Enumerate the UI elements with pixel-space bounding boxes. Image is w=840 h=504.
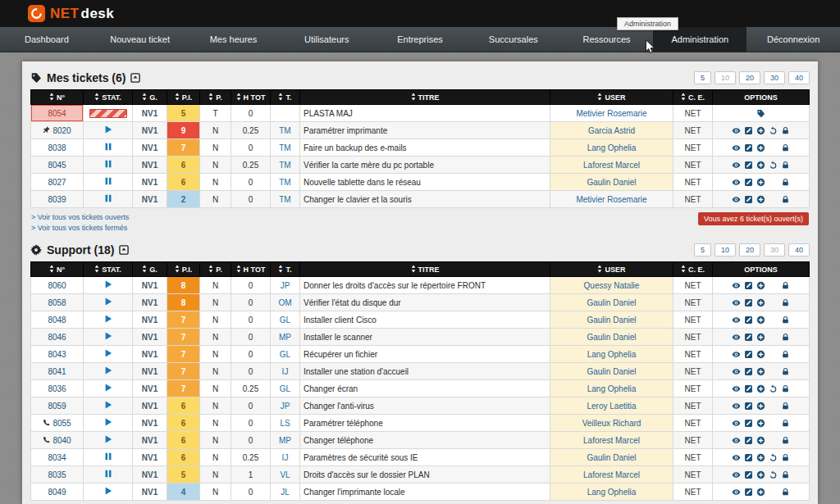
eye-icon[interactable] xyxy=(732,384,741,393)
edit-icon[interactable] xyxy=(744,453,753,462)
add-icon[interactable] xyxy=(756,384,765,393)
column-header-titre[interactable]: TITRE xyxy=(300,262,550,277)
edit-icon[interactable] xyxy=(744,195,753,204)
ticket-user-link[interactable]: Lang Ophelia xyxy=(550,484,673,501)
lock-icon[interactable] xyxy=(781,316,790,325)
ticket-user-link[interactable]: Gaulin Daniel xyxy=(550,311,673,329)
ticket-number[interactable]: 8048 xyxy=(31,311,84,329)
ticket-number[interactable]: 8020 xyxy=(31,122,84,139)
page-size-20[interactable]: 20 xyxy=(739,243,760,257)
eye-icon[interactable] xyxy=(732,436,741,445)
ticket-number[interactable]: 8043 xyxy=(31,346,84,363)
page-size-40[interactable]: 40 xyxy=(788,71,810,84)
column-header-c-e[interactable]: C. E. xyxy=(673,262,713,277)
eye-icon[interactable] xyxy=(732,470,741,479)
brand-logo[interactable]: NET desk xyxy=(28,5,114,22)
add-icon[interactable] xyxy=(756,178,765,187)
edit-icon[interactable] xyxy=(744,419,753,428)
pause-icon[interactable] xyxy=(103,176,113,186)
lock-icon[interactable] xyxy=(781,333,790,342)
edit-icon[interactable] xyxy=(744,281,753,290)
edit-icon[interactable] xyxy=(744,298,753,307)
column-header-p-i[interactable]: P.I. xyxy=(167,262,200,277)
column-header-titre[interactable]: TITRE xyxy=(300,90,550,105)
ticket-user-link[interactable]: Garcia Astrid xyxy=(550,122,673,139)
ticket-number[interactable]: 8041 xyxy=(31,363,84,380)
nav-mes-heures[interactable]: Mes heures xyxy=(187,27,281,52)
play-icon[interactable] xyxy=(103,348,113,358)
ticket-number[interactable]: 8059 xyxy=(31,397,84,415)
page-size-10[interactable]: 10 xyxy=(714,71,736,84)
lock-icon[interactable] xyxy=(781,402,790,411)
column-header-t[interactable]: T. xyxy=(271,90,300,105)
edit-icon[interactable] xyxy=(744,488,753,497)
page-size-40[interactable]: 40 xyxy=(788,243,810,257)
eye-icon[interactable] xyxy=(732,453,741,462)
play-icon[interactable] xyxy=(103,434,113,444)
lock-icon[interactable] xyxy=(781,298,790,307)
nav-administration[interactable]: Administration xyxy=(653,27,746,52)
column-header-n[interactable]: N° xyxy=(31,90,84,105)
tag-icon[interactable] xyxy=(756,109,765,118)
eye-icon[interactable] xyxy=(732,402,741,411)
lock-icon[interactable] xyxy=(781,453,790,462)
add-icon[interactable] xyxy=(756,436,765,445)
lock-icon[interactable] xyxy=(781,367,790,376)
nav-entreprises[interactable]: Entreprises xyxy=(373,27,467,52)
eye-icon[interactable] xyxy=(732,488,741,497)
pause-icon[interactable] xyxy=(103,193,113,203)
add-icon[interactable] xyxy=(756,143,765,152)
edit-icon[interactable] xyxy=(744,143,753,152)
add-icon[interactable] xyxy=(756,470,765,479)
pause-icon[interactable] xyxy=(103,159,113,169)
edit-icon[interactable] xyxy=(744,470,753,479)
pause-icon[interactable] xyxy=(103,452,113,461)
ticket-number[interactable]: 8035 xyxy=(31,466,84,484)
lock-icon[interactable] xyxy=(781,126,790,135)
add-icon[interactable] xyxy=(756,298,765,307)
ticket-user-link[interactable]: Gaulin Daniel xyxy=(550,329,673,346)
ticket-user-link[interactable]: Lang Ophelia xyxy=(550,380,673,397)
lock-icon[interactable] xyxy=(781,384,790,393)
edit-icon[interactable] xyxy=(744,436,753,445)
nav-succursales[interactable]: Succursales xyxy=(467,27,560,52)
play-icon[interactable] xyxy=(103,279,113,289)
ticket-user-link[interactable]: Gaulin Daniel xyxy=(550,294,673,311)
lock-icon[interactable] xyxy=(781,419,790,428)
ticket-user-link[interactable]: Lang Ophelia xyxy=(550,139,673,157)
page-size-10[interactable]: 10 xyxy=(714,243,736,257)
eye-icon[interactable] xyxy=(732,350,741,359)
ticket-user-link[interactable]: Lang Ophelia xyxy=(550,346,673,363)
play-icon[interactable] xyxy=(103,297,113,306)
eye-icon[interactable] xyxy=(732,126,741,135)
lock-icon[interactable] xyxy=(781,178,790,187)
column-header-c-e[interactable]: C. E. xyxy=(673,90,713,105)
eye-icon[interactable] xyxy=(732,161,741,170)
eye-icon[interactable] xyxy=(732,316,741,325)
edit-icon[interactable] xyxy=(744,367,753,376)
play-icon[interactable] xyxy=(103,486,113,496)
ticket-number[interactable]: 8060 xyxy=(31,277,84,294)
add-icon[interactable] xyxy=(756,419,765,428)
ticket-user-link[interactable]: Gaulin Daniel xyxy=(550,174,673,191)
eye-icon[interactable] xyxy=(732,195,741,204)
ticket-user-link[interactable]: Metivier Rosemarie xyxy=(550,191,673,208)
ticket-user-link[interactable]: Veilleux Richard xyxy=(550,415,673,432)
edit-icon[interactable] xyxy=(744,126,753,135)
ticket-number[interactable]: 8055 xyxy=(31,415,84,432)
nav-ressources[interactable]: Ressources xyxy=(560,27,654,52)
ticket-number[interactable]: 8046 xyxy=(31,329,84,346)
refresh-icon[interactable] xyxy=(769,126,778,135)
add-icon[interactable] xyxy=(756,126,765,135)
eye-icon[interactable] xyxy=(732,298,741,307)
column-header-p[interactable]: P. xyxy=(200,90,231,105)
ticket-user-link[interactable]: Laforest Marcel xyxy=(550,157,673,174)
refresh-icon[interactable] xyxy=(769,453,778,462)
eye-icon[interactable] xyxy=(732,281,741,290)
edit-icon[interactable] xyxy=(744,178,753,187)
collapse-icon[interactable] xyxy=(130,73,140,83)
add-icon[interactable] xyxy=(756,161,765,170)
eye-icon[interactable] xyxy=(732,143,741,152)
collapse-icon[interactable] xyxy=(119,245,129,255)
ticket-number[interactable]: 8034 xyxy=(31,449,84,466)
